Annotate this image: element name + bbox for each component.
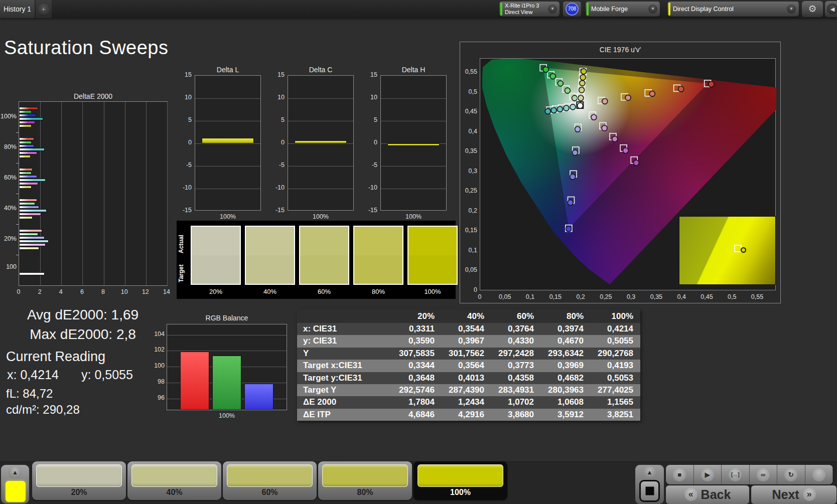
deltae-category-label: 80% (0, 143, 17, 150)
play-icon: ▶ (701, 468, 714, 481)
cie-measured-dot-green (557, 81, 563, 86)
deltae-chart-title: DeltaE 2000 (19, 92, 168, 100)
chevron-down-icon[interactable]: ▼ (787, 5, 796, 14)
arrow-up-icon[interactable]: ▲ (643, 466, 656, 478)
pattern-tile-40%[interactable]: 40% (127, 461, 221, 500)
compare-swatch (299, 226, 349, 285)
cie-x-tick: 0,4 (671, 293, 691, 300)
blank-button[interactable] (805, 465, 833, 484)
next-label: Next (772, 487, 799, 501)
current-reading-heading: Current Reading (6, 349, 105, 365)
table-row: Target y:CIE310,36480,40130,43580,46820,… (297, 372, 640, 384)
window-icon (645, 487, 654, 495)
deltae-bar (19, 213, 41, 216)
table-cell: 1,2434 (442, 396, 491, 408)
meter-mode: Direct View (505, 9, 532, 15)
pattern-tile-20%[interactable]: 20% (32, 461, 126, 500)
current-cdm2: cd/m²: 290,28 (6, 403, 80, 417)
cie-measured-dot-yellow (579, 87, 585, 93)
cie-y-tick: 0 (460, 286, 477, 293)
gridline (288, 98, 353, 99)
delta-x-label: 100% (288, 213, 354, 220)
table-header-cell: 60% (491, 309, 541, 321)
table-cell: 0,3764 (491, 323, 541, 335)
table-cell: 0,3544 (442, 323, 491, 335)
deltae-bar (19, 172, 32, 175)
delta-y-tick: -10 (176, 184, 192, 191)
play-button[interactable]: ▶ (694, 465, 722, 484)
actual-color (192, 227, 240, 255)
tab-history-1[interactable]: History 1 (0, 0, 35, 18)
actual-row-label: Actual (178, 228, 186, 261)
table-header-cell: 80% (541, 309, 591, 321)
deltae-bar (19, 206, 39, 209)
deltae-x-tick: 12 (138, 288, 153, 295)
delta-y-tick: 15 (268, 71, 285, 78)
pattern-button[interactable]: [↔] (722, 465, 750, 484)
add-tab-button[interactable]: + (38, 4, 49, 15)
deltae-bar (19, 168, 33, 171)
gridline (146, 102, 147, 285)
gridline (167, 102, 168, 285)
back-button[interactable]: « Back (666, 485, 749, 504)
compare-swatch (353, 226, 403, 285)
pattern-window-button[interactable] (639, 480, 660, 502)
cie-white-point-dot (578, 103, 583, 108)
stop-button[interactable]: ■ (666, 465, 694, 484)
cie-measured-dot-blue (566, 226, 572, 232)
delta-y-tick: 5 (361, 116, 377, 123)
table-cell: 287,4390 (442, 384, 491, 396)
deltae-x-tick: 0 (11, 288, 26, 295)
loop-button[interactable]: ∞ (750, 465, 778, 484)
table-row-label: Target y:CIE31 (297, 372, 392, 384)
transport-controls: ■▶[↔]∞↻ (666, 465, 833, 484)
cie-y-tick: 0,3 (460, 167, 477, 175)
cie-zoom-inset (679, 216, 776, 285)
delta-y-tick: 10 (361, 94, 377, 101)
meter-dropdown[interactable]: X-Rite i1Pro 3 Direct View ▼ (499, 2, 560, 17)
cie-y-tick: 0,5 (460, 88, 477, 95)
table-cell: 0,4193 (591, 360, 640, 372)
cie-x-tick: 0,2 (571, 293, 591, 300)
source-dropdown[interactable]: Mobile Forge ▼ (586, 2, 660, 17)
deltae-bar (19, 247, 39, 250)
next-button[interactable]: Next » (751, 485, 836, 504)
cie-x-tick: 0 (470, 293, 490, 300)
chevron-down-icon[interactable]: ▼ (648, 5, 657, 14)
deltae-x-tick: 4 (53, 288, 68, 295)
table-row: ΔE ITP4,68464,29163,86803,59123,8251 (297, 409, 640, 421)
display-control-dropdown[interactable]: Direct Display Control ▼ (667, 2, 799, 17)
pattern-swatch (36, 464, 122, 487)
settings-button[interactable]: ⚙ (802, 1, 823, 17)
gridline (288, 143, 353, 144)
cie-x-tick: 0,5 (722, 293, 742, 300)
double-chevron-right-icon: » (803, 488, 816, 501)
measurement-table: 20%40%60%80%100%x: CIE310,33110,35440,37… (297, 309, 640, 421)
chevron-down-icon[interactable]: ▼ (548, 5, 557, 14)
gridline (288, 189, 353, 189)
rgb-x-label: 100% (167, 412, 287, 419)
cie-measured-dot-magenta (602, 125, 607, 131)
gridline (195, 121, 260, 121)
table-cell: 0,4330 (491, 335, 541, 347)
refresh-button[interactable]: ↻ (777, 465, 805, 484)
pattern-tile-80%[interactable]: 80% (318, 461, 412, 500)
delta-y-tick: 0 (361, 139, 377, 146)
gridline (167, 335, 287, 335)
pattern-tile-60%[interactable]: 60% (223, 461, 317, 500)
pattern-tile-100%[interactable]: 100% (413, 461, 507, 500)
meter-count-badge[interactable]: 708 (566, 3, 579, 16)
cie-measured-dot-green (550, 74, 555, 79)
deltae-category-label: 60% (0, 174, 17, 181)
table-cell: 1,7804 (392, 396, 442, 408)
collapse-panel-button[interactable]: ◀ (825, 1, 837, 17)
pattern-swatch (322, 464, 408, 487)
arrow-up-icon[interactable]: ▲ (9, 466, 22, 478)
deltae-bar (19, 155, 31, 158)
delta-y-tick: -5 (361, 161, 377, 169)
table-cell: 0,5053 (591, 372, 640, 384)
current-pattern-swatch[interactable] (6, 481, 26, 502)
table-header-cell: 40% (442, 309, 491, 321)
rgb-y-tick: 100 (149, 362, 165, 369)
table-cell: 3,8251 (591, 409, 640, 421)
